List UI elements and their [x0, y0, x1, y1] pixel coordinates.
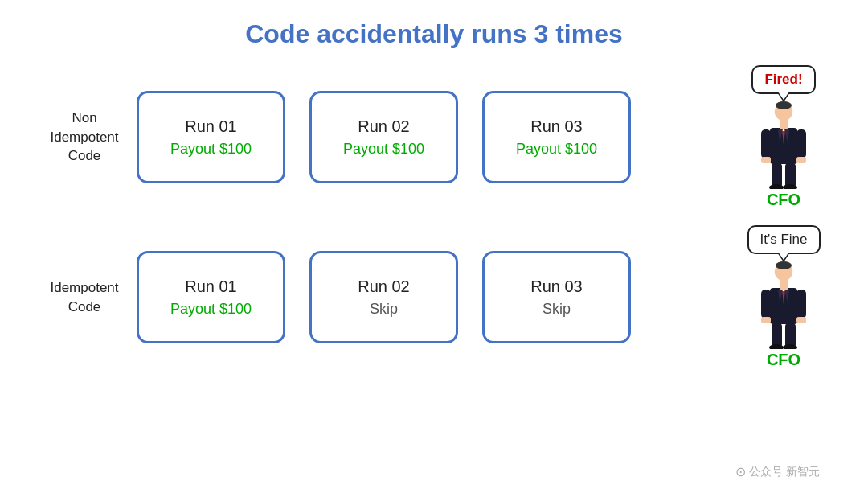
svg-rect-8 [796, 129, 806, 158]
svg-point-1 [776, 101, 792, 109]
run-box-r2-2: Run 02 Skip [309, 251, 458, 343]
run-box-r1-2: Run 02 Payout $100 [309, 91, 458, 183]
main-title: Code accidentally runs 3 times [0, 0, 868, 57]
row2-boxes: Run 01 Payout $100 Run 02 Skip Run 03 Sk… [137, 251, 731, 343]
watermark-text: 公众号 新智元 [749, 465, 820, 479]
svg-rect-24 [796, 290, 806, 318]
run-title-r1-3: Run 03 [530, 117, 583, 136]
row1-person-label: CFO [767, 191, 800, 209]
row2-label: IdempotentCode [32, 278, 137, 317]
run-skip-r2-3: Skip [542, 301, 571, 318]
svg-rect-25 [796, 317, 806, 323]
svg-rect-23 [761, 317, 771, 323]
row1-person: Fired! [731, 65, 836, 209]
row2-speech-bubble: It's Fine [747, 225, 821, 254]
run-title-r2-3: Run 03 [530, 277, 583, 296]
svg-rect-6 [761, 129, 771, 158]
run-box-r1-1: Run 01 Payout $100 [137, 91, 285, 183]
svg-rect-3 [780, 120, 788, 129]
svg-point-17 [776, 261, 792, 269]
watermark: ⊙ 公众号 新智元 [735, 464, 820, 479]
svg-rect-26 [772, 323, 782, 347]
svg-rect-7 [761, 157, 771, 163]
row1-label: NonIdempotentCode [32, 109, 137, 166]
run-box-r2-3: Run 03 Skip [482, 251, 631, 343]
run-box-r1-3: Run 03 Payout $100 [482, 91, 631, 183]
run-payout-r1-1: Payout $100 [170, 141, 252, 158]
run-skip-r2-2: Skip [370, 301, 398, 318]
run-payout-r2-1: Payout $100 [170, 301, 252, 318]
row1-boxes: Run 01 Payout $100 Run 02 Payout $100 Ru… [137, 91, 731, 183]
row2-person-label: CFO [767, 351, 800, 369]
diagram-area: NonIdempotentCode Run 01 Payout $100 Run… [0, 57, 868, 369]
run-payout-r1-2: Payout $100 [343, 141, 424, 158]
row-non-idempotent: NonIdempotentCode Run 01 Payout $100 Run… [32, 65, 836, 209]
svg-rect-10 [772, 163, 782, 187]
svg-rect-22 [761, 290, 771, 318]
row-idempotent: IdempotentCode Run 01 Payout $100 Run 02… [32, 225, 836, 369]
row1-person-figure [755, 101, 812, 189]
run-title-r2-1: Run 01 [185, 277, 237, 296]
run-title-r1-1: Run 01 [185, 117, 237, 136]
row1-speech-bubble: Fired! [751, 65, 815, 94]
run-box-r2-1: Run 01 Payout $100 [137, 251, 285, 343]
svg-rect-11 [785, 163, 796, 187]
svg-rect-9 [796, 157, 806, 163]
run-title-r2-2: Run 02 [358, 277, 410, 296]
run-payout-r1-3: Payout $100 [516, 141, 597, 158]
watermark-icon: ⊙ [735, 464, 746, 479]
svg-rect-27 [785, 323, 796, 347]
svg-rect-19 [780, 280, 788, 290]
row2-person: It's Fine CFO [731, 225, 836, 369]
row2-person-figure [755, 261, 812, 349]
run-title-r1-2: Run 02 [358, 117, 410, 136]
